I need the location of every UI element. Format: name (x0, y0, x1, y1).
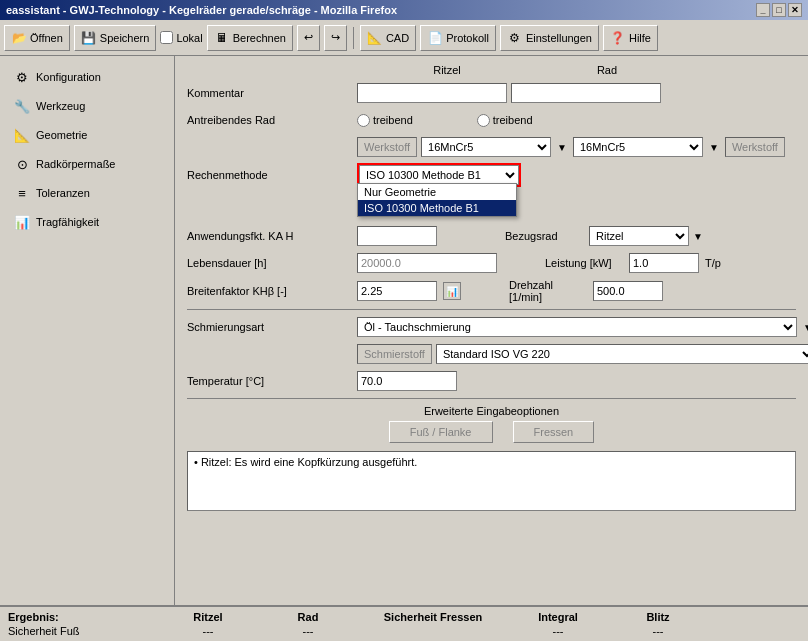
cad-button[interactable]: 📐 CAD (360, 25, 416, 51)
antreibendes-rad-radio[interactable] (477, 114, 490, 127)
rechenmethode-select[interactable]: Nur Geometrie ISO 10300 Methode B1 (359, 165, 519, 185)
tragfaehigkeit-icon: 📊 (13, 213, 31, 231)
werkstoff-dropdown-arrow: ▼ (557, 142, 567, 153)
sidebar-item-geometrie[interactable]: 📐 Geometrie (6, 122, 168, 148)
werkstoff-ritzel-button[interactable]: Werkstoff (357, 137, 417, 157)
results-row1-blitz: --- (608, 625, 708, 637)
save-button[interactable]: 💾 Speichern (74, 25, 157, 51)
rechenmethode-row: Rechenmethode Nur Geometrie ISO 10300 Me… (187, 163, 796, 187)
kommentar-controls (357, 83, 796, 103)
schmierungsart-controls: Öl - Tauchschmierung ▼ (357, 317, 808, 337)
calc-button[interactable]: 🖩 Berechnen (207, 25, 293, 51)
erweiterte-buttons: Fuß / Flanke Fressen (187, 421, 796, 443)
open-button[interactable]: 📂 Öffnen (4, 25, 70, 51)
werkstoff-row: Werkstoff 16MnCr5 ▼ 16MnCr5 ▼ Werkstoff (187, 136, 796, 158)
temperatur-row: Temperatur [°C] (187, 370, 796, 392)
werkstoff-rad-dropdown-arrow: ▼ (709, 142, 719, 153)
fuss-flanke-button[interactable]: Fuß / Flanke (389, 421, 493, 443)
schmierungsart-select[interactable]: Öl - Tauchschmierung (357, 317, 797, 337)
divider-2 (187, 398, 796, 399)
breitenfaktor-label: Breitenfaktor KHβ [-] (187, 285, 357, 297)
breitenfaktor-input[interactable] (357, 281, 437, 301)
rechenmethode-controls: Nur Geometrie ISO 10300 Methode B1 Nur G… (357, 163, 796, 187)
antreibendes-ritzel-label: treibend (373, 114, 413, 126)
save-icon: 💾 (81, 30, 97, 46)
dropdown-option-iso[interactable]: ISO 10300 Methode B1 (358, 200, 516, 216)
anwendungsfkt-input[interactable] (357, 226, 437, 246)
kommentar-label: Kommentar (187, 87, 357, 99)
bezugsrad-select[interactable]: Ritzel (589, 226, 689, 246)
werkstoff-rad-button[interactable]: Werkstoff (725, 137, 785, 157)
lebensdauer-input[interactable] (357, 253, 497, 273)
results-header: Ergebnis: Ritzel Rad Sicherheit Fressen … (8, 611, 800, 623)
help-button[interactable]: ❓ Hilfe (603, 25, 658, 51)
geometrie-icon: 📐 (13, 126, 31, 144)
konfiguration-icon: ⚙ (13, 68, 31, 86)
drehzahl-label: Drehzahl [1/min] (509, 279, 589, 303)
message-area: • Ritzel: Es wird eine Kopfkürzung ausge… (187, 451, 796, 511)
results-rad-header: Rad (258, 611, 358, 623)
results-row1-ritzel: --- (158, 625, 258, 637)
results-ritzel-header: Ritzel (158, 611, 258, 623)
antreibendes-controls: treibend treibend (357, 114, 796, 127)
erweiterte-title: Erweiterte Eingabeoptionen (187, 405, 796, 417)
leistung-label: Leistung [kW] (545, 257, 625, 269)
sidebar-item-tragfaehigkeit[interactable]: 📊 Tragfähigkeit (6, 209, 168, 235)
results-row1-label: Sicherheit Fuß (8, 625, 158, 637)
maximize-button[interactable]: □ (772, 3, 786, 17)
column-headers: Ritzel Rad (367, 64, 796, 76)
werkstoff-ritzel-select[interactable]: 16MnCr5 (421, 137, 551, 157)
rad-header: Rad (527, 64, 687, 76)
sidebar-item-radkoerpermasze[interactable]: ⊙ Radkörpermaße (6, 151, 168, 177)
redo-button[interactable]: ↪ (324, 25, 347, 51)
fressen-button[interactable]: Fressen (513, 421, 595, 443)
sidebar-item-werkzeug[interactable]: 🔧 Werkzeug (6, 93, 168, 119)
breitenfaktor-calc-button[interactable]: 📊 (443, 282, 461, 300)
lebensdauer-row: Lebensdauer [h] Leistung [kW] T/p (187, 252, 796, 274)
minimize-button[interactable]: _ (756, 3, 770, 17)
temperatur-input[interactable] (357, 371, 457, 391)
protocol-button[interactable]: 📄 Protokoll (420, 25, 496, 51)
divider-1 (187, 309, 796, 310)
lebensdauer-label: Lebensdauer [h] (187, 257, 357, 269)
antreibendes-ritzel-radio[interactable] (357, 114, 370, 127)
anwendungsfkt-controls: Bezugsrad Ritzel ▼ (357, 226, 796, 246)
antreibendes-rad-radio-group: treibend (477, 114, 533, 127)
toolbar-separator-1 (353, 27, 354, 49)
schmierungsart-arrow: ▼ (803, 322, 808, 333)
schmierungsart-label: Schmierungsart (187, 321, 357, 333)
results-row1-integral: --- (508, 625, 608, 637)
close-button[interactable]: ✕ (788, 3, 802, 17)
anwendungsfkt-label: Anwendungsfkt. KA H (187, 230, 357, 242)
bezugsrad-label: Bezugsrad (505, 230, 585, 242)
werkstoff-controls: Werkstoff 16MnCr5 ▼ 16MnCr5 ▼ Werkstoff (357, 137, 796, 157)
rechenmethode-label: Rechenmethode (187, 169, 357, 181)
undo-button[interactable]: ↩ (297, 25, 320, 51)
content-panel: Ritzel Rad Kommentar Antreibendes Rad tr… (175, 56, 808, 639)
schmierstoff-select[interactable]: Standard ISO VG 220 (436, 344, 808, 364)
bezugsrad-arrow: ▼ (693, 231, 703, 242)
title-bar-buttons: _ □ ✕ (756, 3, 802, 17)
local-checkbox-group: Lokal (160, 31, 202, 44)
kommentar-ritzel-input[interactable] (357, 83, 507, 103)
help-icon: ❓ (610, 30, 626, 46)
schmierstoff-button[interactable]: Schmierstoff (357, 344, 432, 364)
window-title: eassistant - GWJ-Technology - Kegelräder… (6, 4, 397, 16)
werkstoff-rad-select[interactable]: 16MnCr5 (573, 137, 703, 157)
schmierstoff-controls: Schmierstoff Standard ISO VG 220 ▼ (357, 344, 808, 364)
settings-button[interactable]: ⚙ Einstellungen (500, 25, 599, 51)
results-section: Ergebnis: Ritzel Rad Sicherheit Fressen … (0, 605, 808, 641)
kommentar-rad-input[interactable] (511, 83, 661, 103)
sidebar-item-konfiguration[interactable]: ⚙ Konfiguration (6, 64, 168, 90)
drehzahl-input[interactable] (593, 281, 663, 301)
dropdown-option-nur-geometrie[interactable]: Nur Geometrie (358, 184, 516, 200)
local-checkbox[interactable] (160, 31, 173, 44)
leistung-unit: T/p (705, 257, 721, 269)
antreibendes-row: Antreibendes Rad treibend treibend (187, 109, 796, 131)
antreibendes-ritzel-radio-group: treibend (357, 114, 413, 127)
rechenmethode-popup: Nur Geometrie ISO 10300 Methode B1 (357, 183, 517, 217)
ritzel-header: Ritzel (367, 64, 527, 76)
toleranzen-icon: ≡ (13, 184, 31, 202)
sidebar-item-toleranzen[interactable]: ≡ Toleranzen (6, 180, 168, 206)
leistung-input[interactable] (629, 253, 699, 273)
